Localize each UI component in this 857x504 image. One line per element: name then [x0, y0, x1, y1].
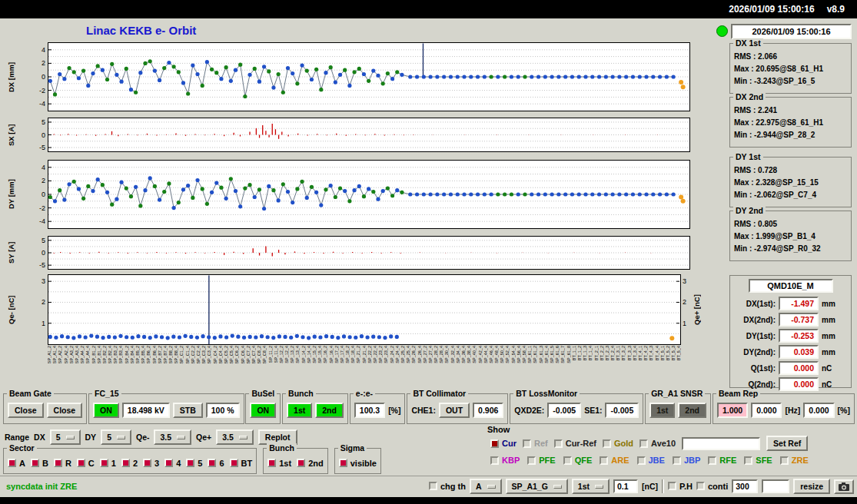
stat-rms: RMS : 2.066 [734, 51, 847, 63]
bunch-select-dropdown[interactable]: 1st [572, 479, 610, 494]
svg-text:2: 2 [42, 59, 45, 67]
checkbox-6[interactable]: 6 [208, 459, 224, 468]
x-tick-label: SP_32_4 [451, 346, 455, 363]
bpm-select-dropdown[interactable]: SP_A1_G [506, 479, 568, 494]
beam-gate-close-1-button[interactable]: Close [8, 403, 44, 418]
gr-1st-button[interactable]: 1st [649, 403, 675, 418]
fc15-on-button[interactable]: ON [93, 403, 119, 418]
divider [662, 479, 664, 493]
checkbox-1st[interactable]: 1st [267, 459, 291, 468]
bunch-1st-button[interactable]: 1st [287, 403, 312, 418]
checkbox-2[interactable]: 2 [121, 459, 138, 468]
svg-text:-2: -2 [39, 87, 45, 94]
checkbox-label: Ave10 [651, 439, 676, 448]
x-tick-label: SP_50_4 [500, 346, 504, 363]
x-tick-label: SP_13_2 [291, 346, 294, 363]
option-menu-dash-icon [487, 485, 496, 489]
sy-plot-row: SY [A] 50-5 [5, 236, 704, 270]
gr-2nd-button[interactable]: 2nd [678, 403, 706, 418]
fc15-stb-button[interactable]: STB [173, 403, 203, 418]
extra-input[interactable] [762, 479, 789, 493]
sigma-items: visible [339, 459, 377, 468]
checkbox-ARE[interactable]: ARE [600, 456, 629, 465]
checkbox-box [603, 439, 611, 448]
x-tick-label: SP_B7_2 [158, 346, 162, 363]
ref-name-input[interactable] [682, 437, 760, 450]
range-qep-dropdown[interactable]: 3.5 [216, 429, 254, 445]
checkbox-SFE[interactable]: SFE [744, 456, 772, 465]
se1-label: SE1: [584, 406, 602, 415]
checkbox-box [164, 459, 173, 467]
checkbox-visible[interactable]: visible [339, 459, 377, 468]
checkbox-Cur-Ref[interactable]: Cur-Ref [554, 439, 596, 448]
checkbox-label: visible [350, 459, 377, 468]
status-right-controls: chg th A SP_A1_G 1st [nC] P.H conti resi… [429, 479, 854, 494]
titlebar-version: v8.9 [827, 4, 845, 15]
x-tick-label: SP_54_4 [512, 346, 516, 363]
titlebar-datetime: 2026/01/09 15:00:16 [729, 4, 814, 15]
resize-button[interactable]: resize [793, 479, 830, 494]
x-tick-label: SP_36_4 [462, 346, 466, 363]
beam-rep-percent-unit: [%] [838, 406, 850, 415]
status-message: syncdata init ZRE [6, 482, 77, 491]
che1-out-button[interactable]: OUT [439, 403, 470, 418]
checkbox-B[interactable]: B [31, 459, 48, 468]
range-dy-dropdown[interactable]: 5 [101, 429, 131, 445]
checkbox-chg th[interactable]: chg th [429, 482, 466, 491]
qmd-row-value: -0.253 [779, 329, 819, 343]
checkbox-Gold[interactable]: Gold [603, 439, 633, 448]
replot-button[interactable]: Replot [258, 429, 297, 445]
ee-ratio-value: 100.3 [354, 403, 385, 418]
checkbox-RFE[interactable]: RFE [708, 456, 736, 465]
range-dx-dropdown[interactable]: 5 [50, 429, 81, 445]
checkbox-5[interactable]: 5 [186, 459, 202, 468]
x-tick-label: SP_61_4 [545, 346, 549, 363]
checkbox-Ave10[interactable]: Ave10 [639, 439, 676, 448]
interval-input[interactable] [732, 479, 758, 493]
screenshot-button[interactable] [834, 479, 854, 494]
x-tick-label: SP_A3_4 [75, 346, 79, 363]
x-tick-label: SP_15_4 [318, 346, 322, 363]
checkbox-JBE[interactable]: JBE [637, 456, 665, 465]
checkbox-KBP[interactable]: KBP [490, 456, 520, 465]
checkbox-QFE[interactable]: QFE [563, 456, 593, 465]
checkbox-A[interactable]: A [8, 459, 25, 468]
checkbox-1[interactable]: 1 [100, 459, 116, 468]
x-tick-label: SP_16_4 [330, 346, 334, 363]
x-tick-label: SP_52_4 [506, 346, 510, 363]
checkbox-Cur[interactable]: Cur [490, 439, 517, 448]
checkbox-2nd[interactable]: 2nd [297, 459, 324, 468]
checkbox-4[interactable]: 4 [164, 459, 181, 468]
checkbox-P.H[interactable]: P.H [668, 482, 693, 491]
x-tick-label: SP_34_4 [457, 346, 460, 363]
checkbox-label: JBP [684, 456, 700, 465]
svg-text:3: 3 [42, 277, 45, 285]
beam-gate-close-2-button[interactable]: Close [47, 403, 83, 418]
checkbox-PFE[interactable]: PFE [527, 456, 555, 465]
checkbox-R[interactable]: R [54, 459, 71, 468]
qmd-row: Q(1st): 0.000 nC [730, 361, 851, 375]
checkbox-Ref[interactable]: Ref [523, 439, 548, 448]
option-menu-dash-icon [595, 485, 603, 489]
range-qem-dropdown[interactable]: 3.5 [154, 429, 191, 445]
svg-text:1: 1 [42, 320, 45, 327]
x-tick-label: SP_B6_4 [153, 346, 157, 363]
bunch-2nd-button[interactable]: 2nd [315, 403, 344, 418]
set-ref-button[interactable]: Set Ref [766, 436, 808, 451]
x-tick-label: SP_61_5 [550, 346, 554, 363]
threshold-input[interactable] [613, 479, 638, 493]
checkbox-BT[interactable]: BT [230, 459, 253, 468]
checkbox-label: 2 [133, 459, 138, 468]
busel-on-button[interactable]: ON [250, 403, 276, 418]
x-tick-label: BT_3_3 [628, 346, 632, 360]
checkbox-JBP[interactable]: JBP [673, 456, 700, 465]
sy-plot-mount: 50-5 [22, 236, 691, 273]
checkbox-3[interactable]: 3 [143, 459, 159, 468]
x-tick-label: SP_22_2 [368, 346, 372, 363]
checkbox-ZRE[interactable]: ZRE [780, 456, 809, 465]
checkbox-box [186, 459, 194, 467]
x-tick-label: SP_61_3 [540, 346, 543, 363]
checkbox-C[interactable]: C [77, 459, 95, 468]
checkbox-conti[interactable]: conti [696, 482, 728, 491]
sector-a-dropdown[interactable]: A [470, 479, 502, 494]
